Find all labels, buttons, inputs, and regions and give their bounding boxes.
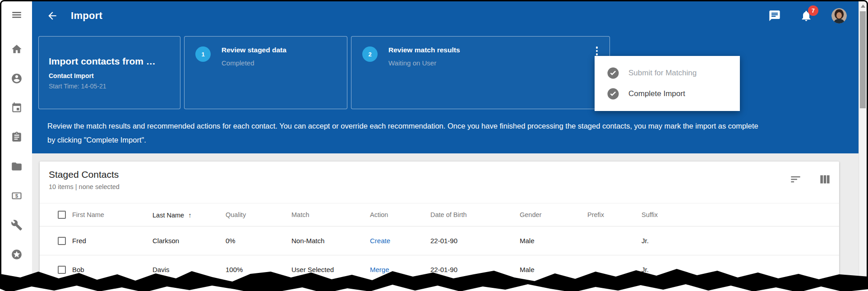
select-all-checkbox[interactable] [58, 211, 66, 219]
header-section: Import 7 [32, 1, 867, 153]
back-button[interactable] [46, 10, 58, 22]
step-status: Waiting on User [388, 59, 460, 67]
scroll-up-icon[interactable] [861, 5, 865, 8]
panel-header: Staged Contacts 10 items | none selected [40, 162, 839, 196]
main-area: Import 7 [32, 1, 867, 291]
step-status: Completed [222, 59, 286, 67]
menu-item-label: Submit for Matching [628, 69, 697, 78]
calendar-icon[interactable] [11, 102, 23, 114]
cell-gender: Male [520, 266, 587, 273]
import-start-time: Start Time: 14-05-21 [49, 83, 170, 90]
step-card-review-match-results[interactable]: 2 Review match results Waiting on User [351, 36, 610, 109]
cell-first_name: Bob [72, 266, 152, 273]
column-header-date-of-birth[interactable]: Date of Birth [430, 211, 520, 218]
menu-item-complete-import[interactable]: Complete Import [595, 83, 740, 104]
menu-item-submit-for-matching: Submit for Matching [595, 63, 740, 83]
sidebar-nav: $ [11, 43, 23, 260]
selection-summary: 10 items | none selected [49, 183, 839, 190]
table-row: FredClarkson0%Non-MatchCreate22-01-90Mal… [40, 226, 839, 255]
panel-actions [790, 173, 831, 185]
check-circle-icon [606, 66, 620, 80]
billing-icon[interactable]: $ [11, 190, 23, 202]
column-header-prefix[interactable]: Prefix [587, 211, 642, 218]
action-link[interactable]: Merge [370, 266, 389, 273]
check-circle-icon [606, 87, 620, 101]
cell-last_name: Davis [152, 266, 226, 273]
step-number-badge: 2 [362, 46, 378, 62]
step-card-review-staged-data[interactable]: 1 Review staged data Completed [184, 36, 347, 109]
panel-title: Staged Contacts [49, 169, 839, 180]
cell-last_name: Clarkson [152, 237, 226, 245]
page-title: Import [71, 10, 102, 22]
step-number-badge: 1 [195, 46, 211, 62]
cell-first_name: Fred [72, 237, 152, 245]
cell-action: Create [370, 237, 430, 245]
import-summary-card[interactable]: Import contacts from … Contact Import St… [38, 36, 180, 109]
cell-action: Merge [370, 266, 430, 273]
topbar: Import 7 [32, 1, 867, 30]
folder-icon[interactable] [11, 161, 23, 172]
notifications-icon[interactable]: 7 [800, 9, 813, 22]
svg-text:$: $ [15, 193, 18, 199]
sidebar: $ [1, 1, 32, 291]
sort-ascending-icon: ↑ [188, 211, 192, 219]
column-header-suffix[interactable]: Suffix [642, 211, 839, 218]
column-header-match[interactable]: Match [291, 211, 370, 218]
tasks-icon[interactable] [11, 131, 23, 143]
import-type: Contact Import [49, 72, 170, 79]
topbar-actions: 7 [768, 8, 847, 23]
person-icon[interactable] [11, 73, 23, 84]
chat-icon[interactable] [768, 9, 781, 22]
description-line: by clicking "Complete Import". [47, 133, 867, 147]
description-line: Review the match results and recommended… [47, 119, 867, 133]
import-steps: Import contacts from … Contact Import St… [38, 36, 867, 109]
staged-contacts-panel: Staged Contacts 10 items | none selected… [40, 162, 839, 291]
column-header-last-name[interactable]: Last Name↑ [152, 211, 226, 219]
table-header: First NameLast Name↑QualityMatchActionDa… [40, 203, 839, 226]
columns-icon[interactable] [819, 173, 831, 185]
home-icon[interactable] [11, 43, 23, 55]
cell-match: User Selected [291, 266, 370, 273]
cell-suffix: Jr. [642, 266, 839, 273]
step-title: Review staged data [222, 46, 286, 54]
context-menu: Submit for MatchingComplete Import [595, 56, 740, 111]
sort-icon[interactable] [790, 173, 802, 185]
content-section: Staged Contacts 10 items | none selected… [32, 153, 867, 291]
cell-quality: 100% [226, 266, 291, 273]
app-window: $ Import 7 [0, 0, 868, 291]
table-body: FredClarkson0%Non-MatchCreate22-01-90Mal… [40, 226, 839, 284]
cell-gender: Male [520, 237, 587, 245]
notification-badge: 7 [808, 5, 818, 16]
cell-suffix: Jr. [642, 237, 839, 245]
cell-quality: 0% [226, 237, 291, 245]
step-title: Review match results [388, 46, 460, 54]
column-header-quality[interactable]: Quality [226, 211, 291, 218]
cell-match: Non-Match [291, 237, 370, 245]
menu-icon[interactable] [11, 9, 23, 21]
column-header-action[interactable]: Action [370, 211, 430, 218]
scrollbar-thumb[interactable] [860, 11, 866, 108]
column-header-gender[interactable]: Gender [520, 211, 587, 218]
cell-dob: 22-01-90 [430, 237, 520, 245]
more-options-icon[interactable] [596, 46, 598, 55]
menu-item-label: Complete Import [628, 89, 685, 98]
avatar[interactable] [831, 8, 847, 23]
column-header-first-name[interactable]: First Name [72, 211, 152, 218]
cell-dob: 22-01-90 [430, 266, 520, 273]
import-title: Import contacts from … [49, 56, 170, 67]
action-link[interactable]: Create [370, 237, 390, 245]
row-checkbox[interactable] [58, 237, 66, 245]
favorites-icon[interactable] [11, 249, 23, 260]
vertical-scrollbar[interactable] [859, 1, 867, 291]
description: Review the match results and recommended… [47, 119, 867, 147]
tools-icon[interactable] [11, 219, 23, 231]
table-row: BobDavis100%User SelectedMerge22-01-90Ma… [40, 255, 839, 284]
row-checkbox[interactable] [58, 266, 66, 274]
